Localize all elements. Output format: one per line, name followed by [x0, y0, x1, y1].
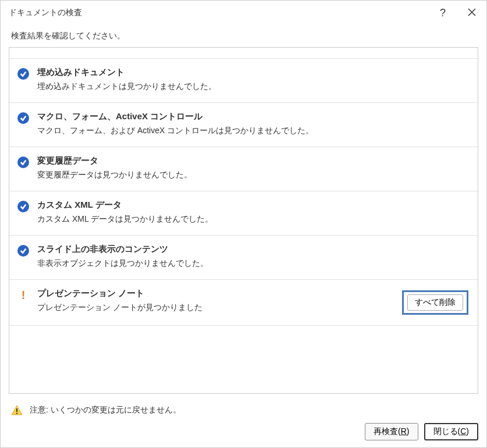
- results-panel: 埋め込みドキュメント 埋め込みドキュメントは見つかりませんでした。 マクロ、フォ…: [9, 47, 478, 394]
- reinspect-button[interactable]: 再検査(R): [365, 423, 418, 440]
- footer: 注意: いくつかの変更は元に戻せません。 再検査(R) 閉じる(C): [1, 400, 486, 447]
- help-icon[interactable]: ?: [438, 5, 448, 22]
- footer-warning: 注意: いくつかの変更は元に戻せません。: [11, 404, 478, 416]
- result-desc: 埋め込みドキュメントは見つかりませんでした。: [37, 81, 468, 92]
- result-desc: マクロ、フォーム、および ActiveX コントロールは見つかりませんでした。: [37, 126, 468, 136]
- result-content: カスタム XML データ カスタム XML データは見つかりませんでした。: [31, 200, 468, 225]
- warning-icon: !: [15, 288, 31, 301]
- result-title: スライド上の非表示のコンテンツ: [37, 244, 468, 255]
- check-icon: [15, 111, 31, 124]
- result-content: マクロ、フォーム、ActiveX コントロール マクロ、フォーム、および Act…: [31, 111, 468, 136]
- result-item-embedded-docs: 埋め込みドキュメント 埋め込みドキュメントは見つかりませんでした。: [9, 58, 478, 103]
- highlight-box: すべて削除: [402, 290, 468, 315]
- check-icon: [15, 67, 31, 80]
- check-icon: [15, 155, 31, 168]
- result-content: 変更履歴データ 変更履歴データは見つかりませんでした。: [31, 155, 468, 180]
- results-scroll[interactable]: 埋め込みドキュメント 埋め込みドキュメントは見つかりませんでした。 マクロ、フォ…: [9, 48, 478, 393]
- footer-buttons: 再検査(R) 閉じる(C): [11, 423, 478, 440]
- result-content: 埋め込みドキュメント 埋め込みドキュメントは見つかりませんでした。: [31, 67, 468, 92]
- warning-triangle-icon: [11, 404, 23, 416]
- result-desc: プレゼンテーション ノートが見つかりました: [37, 303, 402, 313]
- result-title: プレゼンテーション ノート: [37, 288, 402, 299]
- window-title: ドキュメントの検査: [9, 8, 82, 18]
- result-title: 埋め込みドキュメント: [37, 67, 468, 78]
- result-item-revision: 変更履歴データ 変更履歴データは見つかりませんでした。: [9, 147, 478, 191]
- result-title: カスタム XML データ: [37, 200, 468, 211]
- result-item-hidden-content: スライド上の非表示のコンテンツ 非表示オブジェクトは見つかりませんでした。: [9, 236, 478, 280]
- check-icon: [15, 244, 31, 257]
- titlebar: ドキュメントの検査 ?: [1, 1, 486, 25]
- close-icon[interactable]: [465, 5, 478, 22]
- svg-rect-1: [16, 413, 17, 414]
- result-title: 変更履歴データ: [37, 155, 468, 166]
- result-desc: カスタム XML データは見つかりませんでした。: [37, 214, 468, 225]
- result-desc: 非表示オブジェクトは見つかりませんでした。: [37, 258, 468, 269]
- footer-warning-text: 注意: いくつかの変更は元に戻せません。: [30, 405, 181, 415]
- result-content: スライド上の非表示のコンテンツ 非表示オブジェクトは見つかりませんでした。: [31, 244, 468, 269]
- svg-rect-0: [16, 408, 17, 412]
- check-icon: [15, 200, 31, 212]
- result-desc: 変更履歴データは見つかりませんでした。: [37, 170, 468, 180]
- result-item-macros: マクロ、フォーム、ActiveX コントロール マクロ、フォーム、および Act…: [9, 103, 478, 147]
- subheader: 検査結果を確認してください。: [1, 25, 486, 47]
- result-content: プレゼンテーション ノート プレゼンテーション ノートが見つかりました: [31, 288, 402, 313]
- remove-all-button[interactable]: すべて削除: [407, 294, 463, 311]
- result-action: すべて削除: [402, 288, 468, 315]
- close-button[interactable]: 閉じる(C): [424, 423, 478, 440]
- result-item-presentation-notes: ! プレゼンテーション ノート プレゼンテーション ノートが見つかりました すべ…: [9, 280, 478, 326]
- titlebar-controls: ?: [438, 5, 478, 22]
- result-title: マクロ、フォーム、ActiveX コントロール: [37, 111, 468, 122]
- result-item-custom-xml: カスタム XML データ カスタム XML データは見つかりませんでした。: [9, 191, 478, 236]
